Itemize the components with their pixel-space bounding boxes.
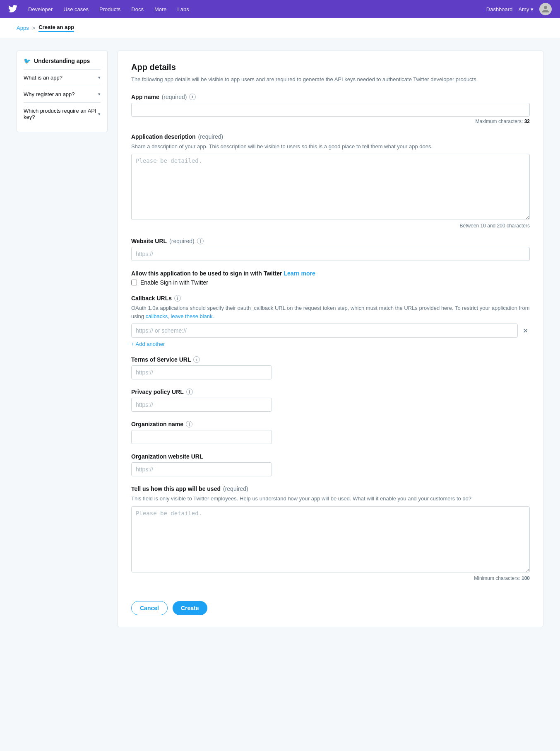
app-name-required: (required) <box>162 94 187 100</box>
sidebar-item-why-register[interactable]: Why register an app? ▾ <box>24 86 101 102</box>
info-icon[interactable]: i <box>197 238 204 244</box>
app-description-input[interactable] <box>131 154 530 220</box>
sidebar-item-which-products[interactable]: Which products require an API key? ▾ <box>24 102 101 125</box>
sign-in-label: Allow this application to be used to sig… <box>131 270 530 277</box>
chevron-down-icon: ▾ <box>98 75 101 80</box>
nav-dashboard[interactable]: Dashboard <box>486 6 513 12</box>
remove-callback-button[interactable]: ✕ <box>521 325 530 336</box>
callback-urls-desc: OAuth 1.0a applications should specify t… <box>131 304 530 320</box>
tos-url-input[interactable] <box>131 365 272 379</box>
org-website-label: Organization website URL <box>131 453 530 460</box>
twitter-logo <box>8 4 17 14</box>
org-name-field: Organization name i <box>131 421 530 444</box>
app-name-field: App name (required) i Maximum characters… <box>131 94 530 124</box>
sign-in-learn-more[interactable]: Learn more <box>284 270 315 277</box>
app-description-hint: Between 10 and 200 characters <box>131 223 530 229</box>
nav-items: Developer Use cases Products Docs More L… <box>24 5 486 14</box>
sidebar: 🐦 Understanding apps What is an app? ▾ W… <box>17 51 108 627</box>
app-description-field: Application description (required) Share… <box>131 133 530 229</box>
nav-item-docs[interactable]: Docs <box>127 5 148 14</box>
form-subtitle: The following app details will be visibl… <box>131 75 530 84</box>
top-nav: Developer Use cases Products Docs More L… <box>0 0 560 18</box>
sidebar-item-label: Which products require an API key? <box>24 108 98 120</box>
create-button[interactable]: Create <box>173 601 207 615</box>
app-description-required: (required) <box>198 133 224 140</box>
privacy-url-input[interactable] <box>131 398 272 412</box>
breadcrumb-current: Create an app <box>38 24 74 32</box>
nav-right: Dashboard Amy ▾ <box>486 3 552 15</box>
nav-item-developer[interactable]: Developer <box>24 5 57 14</box>
sidebar-item-what-is-app[interactable]: What is an app? ▾ <box>24 69 101 86</box>
website-url-input[interactable] <box>131 247 530 261</box>
app-name-input[interactable] <box>131 103 530 117</box>
info-icon[interactable]: i <box>193 356 200 363</box>
info-icon[interactable]: i <box>186 421 192 427</box>
tos-url-field: Terms of Service URL i <box>131 356 530 379</box>
callback-url-input[interactable] <box>131 324 518 338</box>
privacy-url-field: Privacy policy URL i <box>131 389 530 412</box>
nav-item-more[interactable]: More <box>150 5 171 14</box>
info-icon[interactable]: i <box>186 389 193 395</box>
sidebar-item-label: Why register an app? <box>24 91 75 97</box>
form-card: App details The following app details wi… <box>118 51 543 627</box>
sign-in-checkbox[interactable] <box>131 280 137 285</box>
sidebar-section: 🐦 Understanding apps What is an app? ▾ W… <box>17 51 108 132</box>
callbacks-link[interactable]: callbacks, leave these blank. <box>146 313 214 319</box>
how-used-desc: This field is only visible to Twitter em… <box>131 495 530 503</box>
nav-item-usecases[interactable]: Use cases <box>59 5 93 14</box>
sign-in-row: Enable Sign in with Twitter <box>131 279 530 286</box>
sign-in-field: Allow this application to be used to sig… <box>131 270 530 286</box>
nav-user-name[interactable]: Amy ▾ <box>518 6 534 12</box>
sidebar-header: 🐦 Understanding apps <box>24 58 101 64</box>
app-name-hint: Maximum characters: 32 <box>131 118 530 124</box>
info-icon[interactable]: i <box>174 295 181 302</box>
nav-item-products[interactable]: Products <box>95 5 125 14</box>
website-url-label: Website URL (required) i <box>131 238 530 244</box>
how-used-input[interactable] <box>131 506 530 572</box>
how-used-required: (required) <box>223 485 248 492</box>
tos-url-label: Terms of Service URL i <box>131 356 530 363</box>
org-name-label: Organization name i <box>131 421 530 427</box>
sign-in-checkbox-label: Enable Sign in with Twitter <box>140 279 208 286</box>
sidebar-title: Understanding apps <box>34 58 90 64</box>
org-name-input[interactable] <box>131 430 272 444</box>
callback-urls-field: Callback URLs i OAuth 1.0a applications … <box>131 295 530 347</box>
breadcrumb-separator: > <box>32 25 36 31</box>
website-url-required: (required) <box>169 238 195 244</box>
chevron-down-icon: ▾ <box>98 92 101 97</box>
how-used-label: Tell us how this app will be used (requi… <box>131 485 530 492</box>
form-title: App details <box>131 63 530 72</box>
avatar[interactable] <box>539 3 552 15</box>
info-icon[interactable]: i <box>189 94 196 100</box>
cancel-button[interactable]: Cancel <box>131 601 168 615</box>
sidebar-item-label: What is an app? <box>24 75 62 81</box>
breadcrumb-apps[interactable]: Apps <box>17 25 29 31</box>
app-description-desc: Share a description of your app. This de… <box>131 142 530 151</box>
how-used-field: Tell us how this app will be used (requi… <box>131 485 530 581</box>
callback-input-row: ✕ <box>131 324 530 338</box>
form-actions: Cancel Create <box>131 593 530 615</box>
app-description-label: Application description (required) <box>131 133 530 140</box>
website-url-field: Website URL (required) i <box>131 238 530 261</box>
how-used-hint: Minimum characters: 100 <box>131 575 530 581</box>
twitter-small-icon: 🐦 <box>24 58 31 64</box>
nav-item-labs[interactable]: Labs <box>173 5 193 14</box>
callback-urls-label: Callback URLs i <box>131 295 530 302</box>
org-website-input[interactable] <box>131 462 272 476</box>
add-another-button[interactable]: + Add another <box>131 341 165 347</box>
app-name-label: App name (required) i <box>131 94 530 100</box>
chevron-down-icon: ▾ <box>98 111 101 117</box>
privacy-url-label: Privacy policy URL i <box>131 389 530 395</box>
org-website-field: Organization website URL <box>131 453 530 476</box>
main-layout: 🐦 Understanding apps What is an app? ▾ W… <box>0 38 560 640</box>
breadcrumb: Apps > Create an app <box>0 18 560 38</box>
